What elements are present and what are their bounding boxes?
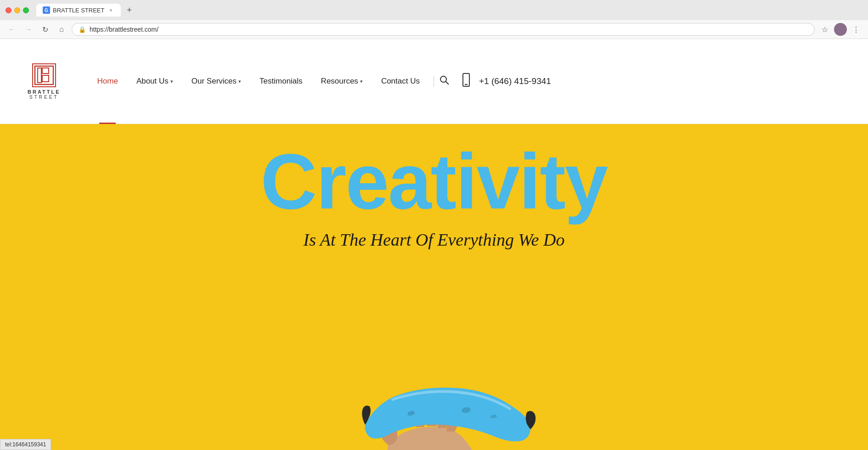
svg-line-5 [445, 82, 449, 85]
browser-chrome: G BRATTLE STREET × + ← → ↻ ⌂ 🔒 https://b… [0, 0, 868, 39]
nav-item-services[interactable]: Our Services ▾ [182, 39, 250, 124]
main-nav: Home About Us ▾ Our Services ▾ Testimoni… [88, 39, 840, 124]
website-content: BRATTLE STREET Home About Us ▾ Our Servi… [0, 39, 868, 450]
home-button[interactable]: ⌂ [55, 23, 68, 36]
forward-button[interactable]: → [22, 23, 35, 36]
tab-close-button[interactable]: × [107, 6, 114, 14]
logo-icon [32, 63, 56, 87]
close-button[interactable] [6, 7, 11, 13]
status-bar: tel:16464159341 [0, 439, 51, 450]
bookmark-star-button[interactable]: ☆ [818, 23, 831, 36]
search-icon [439, 74, 450, 85]
site-header: BRATTLE STREET Home About Us ▾ Our Servi… [0, 39, 868, 124]
back-button[interactable]: ← [6, 23, 18, 36]
mobile-phone-icon [459, 73, 473, 87]
tab-bar: G BRATTLE STREET × + [36, 4, 135, 17]
menu-button[interactable]: ⋮ [850, 23, 862, 36]
status-text: tel:16464159341 [5, 441, 46, 448]
logo-text-line2: STREET [29, 95, 58, 100]
nav-home-label: Home [97, 77, 118, 86]
lock-icon: 🔒 [79, 26, 86, 33]
svg-point-4 [440, 76, 446, 82]
logo-area[interactable]: BRATTLE STREET [28, 63, 61, 100]
hero-section: Creativity Is At The Heart Of Everything… [0, 124, 868, 450]
svg-rect-3 [38, 68, 41, 83]
banana-illustration [319, 296, 549, 450]
toolbar-right: ☆ ⋮ [818, 23, 862, 36]
logo-svg [34, 65, 54, 85]
svg-rect-2 [42, 75, 49, 82]
tab-favicon: G [43, 6, 50, 14]
nav-item-resources[interactable]: Resources ▾ [312, 39, 372, 124]
reload-button[interactable]: ↻ [39, 23, 51, 36]
traffic-lights [6, 7, 29, 13]
nav-testimonials-label: Testimonials [259, 77, 303, 86]
hero-title: Creativity [261, 142, 608, 220]
nav-about-label: About Us [136, 77, 169, 86]
address-bar[interactable]: 🔒 https://brattlestreet.com/ [72, 23, 815, 36]
new-tab-button[interactable]: + [123, 4, 135, 17]
logo-text-line1: BRATTLE [28, 89, 61, 95]
hero-illustration [319, 296, 549, 450]
nav-services-label: Our Services [192, 77, 237, 86]
nav-separator [434, 76, 434, 87]
profile-avatar[interactable] [834, 23, 847, 36]
nav-item-home[interactable]: Home [88, 39, 127, 124]
nav-item-about[interactable]: About Us ▾ [127, 39, 182, 124]
active-tab[interactable]: G BRATTLE STREET × [36, 4, 121, 17]
phone-area: +1 (646) 415-9341 [459, 73, 551, 90]
maximize-button[interactable] [23, 7, 29, 13]
browser-toolbar: ← → ↻ ⌂ 🔒 https://brattlestreet.com/ ☆ ⋮ [0, 20, 868, 39]
tab-title: BRATTLE STREET [53, 7, 104, 14]
browser-titlebar: G BRATTLE STREET × + [0, 0, 868, 20]
nav-item-contact[interactable]: Contact Us [372, 39, 429, 124]
services-dropdown-icon: ▾ [238, 79, 241, 84]
minimize-button[interactable] [14, 7, 20, 13]
search-button[interactable] [439, 74, 450, 88]
phone-icon [459, 73, 473, 90]
nav-right: +1 (646) 415-9341 [439, 73, 551, 90]
about-dropdown-icon: ▾ [170, 79, 173, 84]
url-text: https://brattlestreet.com/ [90, 26, 808, 33]
resources-dropdown-icon: ▾ [360, 79, 363, 84]
nav-item-testimonials[interactable]: Testimonials [250, 39, 312, 124]
nav-resources-label: Resources [321, 77, 358, 86]
hero-subtitle: Is At The Heart Of Everything We Do [304, 230, 565, 250]
nav-contact-label: Contact Us [381, 77, 420, 86]
phone-number[interactable]: +1 (646) 415-9341 [479, 76, 551, 86]
svg-rect-1 [42, 68, 49, 73]
